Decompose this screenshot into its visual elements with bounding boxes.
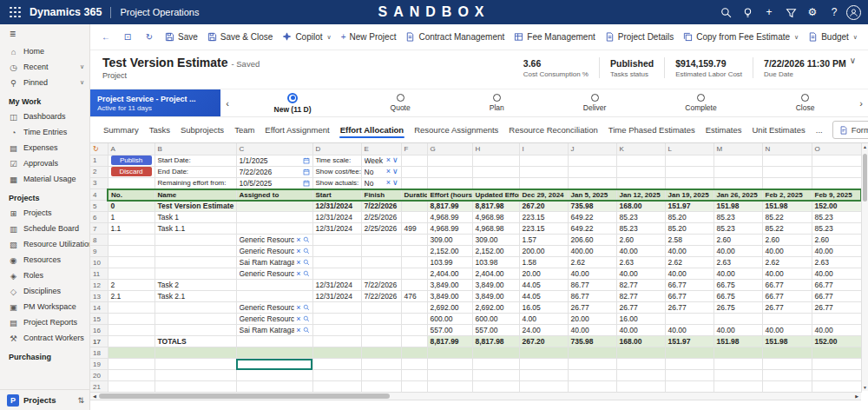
- cell-C-14[interactable]: Generic Resource×: [236, 302, 312, 314]
- cell-N-11[interactable]: 40.00: [762, 268, 812, 280]
- process-stage-new[interactable]: New (11 D): [274, 93, 312, 114]
- quick-create-icon[interactable]: +: [760, 3, 779, 22]
- cell-I-18[interactable]: [519, 347, 568, 359]
- cell-K-7[interactable]: 85.23: [616, 223, 665, 235]
- cell-F-14[interactable]: [401, 302, 427, 314]
- cell-A-16[interactable]: [108, 325, 155, 336]
- cell-D-5[interactable]: 12/31/2024: [312, 201, 361, 212]
- app-name[interactable]: Project Operations: [120, 7, 199, 17]
- cell-B-1[interactable]: Start Date:: [155, 155, 236, 166]
- scroll-right-arrow-icon[interactable]: ▶: [852, 393, 861, 399]
- cell-D-18[interactable]: [312, 347, 361, 359]
- scroll-down-arrow-icon[interactable]: ▼: [862, 385, 868, 390]
- brand-title[interactable]: Dynamics 365: [30, 6, 102, 18]
- column-header-K[interactable]: K: [616, 143, 665, 155]
- cell-K-13[interactable]: 82.77: [616, 291, 665, 302]
- remove-resource-icon[interactable]: ×: [296, 270, 300, 278]
- cell-J-11[interactable]: 40.00: [568, 268, 616, 280]
- cell-I-15[interactable]: 4.00: [519, 314, 568, 325]
- cell-D-4[interactable]: Start: [312, 189, 361, 201]
- cell-G-3[interactable]: [427, 177, 472, 189]
- cell-L-15[interactable]: [665, 314, 713, 325]
- cell-O-13[interactable]: 66.77: [812, 291, 861, 302]
- column-header-C[interactable]: C: [236, 143, 312, 155]
- sidebar-item-dashboards[interactable]: ◫Dashboards: [0, 109, 89, 124]
- cell-H-17[interactable]: 8,817.98: [472, 336, 519, 347]
- cell-H-12[interactable]: 3,849.00: [472, 280, 519, 291]
- sidebar-item-material-usage[interactable]: ▦Material Usage: [0, 171, 89, 187]
- cell-I-21[interactable]: [519, 381, 568, 393]
- cell-B-4[interactable]: Name: [155, 189, 236, 201]
- cell-K-18[interactable]: [616, 347, 665, 359]
- tab-tasks[interactable]: Tasks: [148, 119, 171, 141]
- cell-E-20[interactable]: [361, 370, 401, 381]
- cell-H-16[interactable]: 557.00: [472, 325, 519, 336]
- column-header-B[interactable]: B: [155, 143, 236, 155]
- cell-M-13[interactable]: 66.75: [713, 291, 762, 302]
- cell-N-8[interactable]: 2.60: [762, 235, 812, 246]
- cell-M-10[interactable]: 2.63: [713, 257, 762, 268]
- cell-G-13[interactable]: 3,849.00: [427, 291, 472, 302]
- scroll-left-arrow-icon[interactable]: ◀: [90, 393, 99, 399]
- cell-I-2[interactable]: [519, 166, 568, 177]
- cell-H-7[interactable]: 4,968.98: [472, 223, 519, 235]
- cell-I-5[interactable]: 267.20: [519, 201, 568, 212]
- cell-O-2[interactable]: [812, 166, 861, 177]
- cell-K-5[interactable]: 168.00: [616, 201, 665, 212]
- cell-N-1[interactable]: [762, 155, 812, 166]
- cell-J-18[interactable]: [568, 347, 616, 359]
- cell-I-3[interactable]: [519, 177, 568, 189]
- cell-M-7[interactable]: 85.23: [713, 223, 762, 235]
- cell-O-14[interactable]: 26.77: [812, 302, 861, 314]
- vertical-scrollbar-thumb[interactable]: [863, 154, 867, 202]
- column-header-O[interactable]: O: [812, 143, 861, 155]
- cell-M-5[interactable]: 151.98: [713, 201, 762, 212]
- sidebar-item-contract-workers[interactable]: ⚒Contract Workers: [0, 330, 89, 346]
- cell-B-19[interactable]: [155, 359, 236, 370]
- cell-D-12[interactable]: 12/31/2024: [312, 280, 361, 291]
- cell-K-16[interactable]: 40.00: [616, 325, 665, 336]
- column-header-H[interactable]: H: [472, 143, 519, 155]
- cell-N-6[interactable]: 85.22: [762, 212, 812, 223]
- cell-A-3[interactable]: [108, 177, 155, 189]
- cell-O-6[interactable]: 85.23: [812, 212, 861, 223]
- column-header-E[interactable]: E: [361, 143, 401, 155]
- cell-C-1[interactable]: 1/1/2025: [236, 155, 312, 166]
- cell-N-4[interactable]: Feb 2, 2025: [762, 189, 812, 201]
- process-scroll-left-icon[interactable]: ‹: [220, 89, 234, 116]
- cell-C-15[interactable]: Generic Resource (Business×: [236, 314, 312, 325]
- cell-H-4[interactable]: Updated Effort: [472, 189, 519, 201]
- cell-B-7[interactable]: Task 1.1: [155, 223, 236, 235]
- remove-resource-icon[interactable]: ×: [296, 327, 300, 334]
- cell-A-17[interactable]: [108, 336, 155, 347]
- cell-H-9[interactable]: 2,152.00: [472, 246, 519, 257]
- cell-C-2[interactable]: 7/22/2026: [236, 166, 312, 177]
- cell-K-6[interactable]: 85.23: [616, 212, 665, 223]
- cell-N-7[interactable]: 85.22: [762, 223, 812, 235]
- cell-K-12[interactable]: 82.77: [616, 280, 665, 291]
- cell-K-10[interactable]: 2.63: [616, 257, 665, 268]
- cell-O-15[interactable]: [812, 314, 861, 325]
- lookup-search-icon[interactable]: [303, 248, 310, 255]
- tab-unit-estimates[interactable]: Unit Estimates: [752, 119, 806, 141]
- cell-I-14[interactable]: 16.05: [519, 302, 568, 314]
- cell-G-6[interactable]: 4,968.99: [427, 212, 472, 223]
- cell-G-4[interactable]: Effort (hours): [427, 189, 472, 201]
- cell-I-9[interactable]: 200.00: [519, 246, 568, 257]
- cell-H-8[interactable]: 309.00: [472, 235, 519, 246]
- column-header-N[interactable]: N: [762, 143, 812, 155]
- cell-B-5[interactable]: Test Version Estimate: [155, 201, 236, 212]
- lookup-search-icon[interactable]: [303, 315, 310, 322]
- row-number-11[interactable]: 11: [90, 268, 108, 280]
- row-number-2[interactable]: 2: [90, 166, 108, 177]
- cell-I-11[interactable]: 20.00: [519, 268, 568, 280]
- cell-A-11[interactable]: [108, 268, 155, 280]
- cell-O-7[interactable]: 85.23: [812, 223, 861, 235]
- lookup-search-icon[interactable]: [303, 259, 310, 266]
- cell-A-6[interactable]: 1: [108, 212, 155, 223]
- cell-D-20[interactable]: [312, 370, 361, 381]
- cell-G-7[interactable]: 4,968.99: [427, 223, 472, 235]
- command-contract-management[interactable]: Contract Management: [401, 27, 509, 48]
- command-project-details[interactable]: Project Details: [601, 27, 678, 48]
- cell-A-10[interactable]: [108, 257, 155, 268]
